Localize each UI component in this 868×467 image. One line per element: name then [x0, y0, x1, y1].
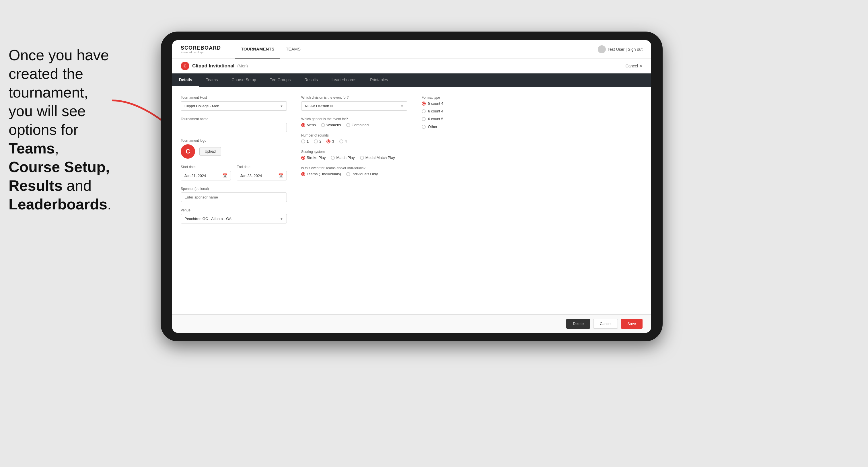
option-individuals-only[interactable]: Individuals Only [346, 172, 378, 176]
venue-select[interactable]: Peachtree GC - Atlanta - GA ▼ [181, 214, 287, 223]
tournament-name-label: Tournament name [181, 117, 287, 121]
radio-match-dot [331, 156, 335, 160]
chevron-down-icon-venue: ▼ [280, 217, 283, 221]
radio-3-dot [327, 139, 331, 144]
end-date-input[interactable]: Jan 23, 2024 📅 [237, 171, 287, 181]
scoring-radio-group: Stroke Play Match Play Medal Match Play [301, 155, 407, 160]
delete-button[interactable]: Delete [566, 319, 590, 329]
tab-printables[interactable]: Printables [363, 73, 395, 87]
col-right: Format type 5 count 4 6 count 4 6 count … [422, 96, 502, 306]
format-type-label: Format type [422, 96, 502, 99]
venue-group: Venue Peachtree GC - Atlanta - GA ▼ [181, 208, 287, 223]
calendar-icon-end: 📅 [278, 173, 283, 178]
radio-medal-dot [360, 156, 364, 160]
rounds-4[interactable]: 4 [339, 139, 347, 144]
start-date-input[interactable]: Jan 21, 2024 📅 [181, 171, 231, 181]
breadcrumb-bar: C Clippd Invitational (Men) Cancel ✕ [172, 59, 651, 73]
start-date-value: Jan 21, 2024 [184, 174, 206, 178]
rounds-2[interactable]: 2 [314, 139, 321, 144]
annotation-text: Once you have created the tournament, yo… [0, 40, 132, 219]
format-type-group: Format type 5 count 4 6 count 4 6 count … [422, 96, 502, 129]
gender-radio-group: Mens Womens Combined [301, 123, 407, 127]
teams-individuals-radio-group: Teams (+Individuals) Individuals Only [301, 172, 407, 176]
tablet-frame: SCOREBOARD Powered by clippd TOURNAMENTS… [161, 32, 662, 341]
tab-details[interactable]: Details [172, 73, 199, 87]
sub-nav: Details Teams Course Setup Tee Groups Re… [172, 73, 651, 87]
end-date-label: End date [237, 165, 287, 169]
tab-results[interactable]: Results [298, 73, 325, 87]
tab-teams[interactable]: Teams [199, 73, 225, 87]
tournament-host-select[interactable]: Clippd College - Men ▼ [181, 101, 287, 111]
tournament-name-input[interactable]: Clippd Invitational [181, 123, 287, 132]
scoring-stroke[interactable]: Stroke Play [301, 155, 326, 160]
rounds-group: Number of rounds 1 2 3 [301, 133, 407, 144]
user-area: Test User | Sign out [598, 45, 643, 53]
teams-individuals-group: Is this event for Teams and/or Individua… [301, 166, 407, 176]
main-content: Tournament Host Clippd College - Men ▼ T… [172, 87, 651, 314]
sponsor-label: Sponsor (optional) [181, 187, 287, 191]
cancel-button[interactable]: Cancel [593, 319, 618, 329]
format-5count4[interactable]: 5 count 4 [422, 101, 502, 105]
end-date-group: End date Jan 23, 2024 📅 [237, 165, 287, 181]
breadcrumb-content: C Clippd Invitational (Men) [181, 62, 248, 70]
radio-other-dot [422, 125, 426, 129]
division-select[interactable]: NCAA Division III ▼ [301, 101, 407, 111]
nav-tab-tournaments[interactable]: TOURNAMENTS [235, 40, 280, 59]
col-mid: Which division is the event for? NCAA Di… [301, 96, 407, 306]
radio-4-dot [339, 139, 343, 144]
main-nav: TOURNAMENTS TEAMS [235, 40, 598, 59]
tournament-host-label: Tournament Host [181, 96, 287, 99]
format-6count4[interactable]: 6 count 4 [422, 109, 502, 113]
nav-tab-teams[interactable]: TEAMS [280, 40, 306, 59]
tournament-host-group: Tournament Host Clippd College - Men ▼ [181, 96, 287, 111]
col-left: Tournament Host Clippd College - Men ▼ T… [181, 96, 287, 306]
format-6count5[interactable]: 6 count 5 [422, 117, 502, 121]
logo-upload-area: C Upload [181, 144, 287, 159]
footer-bar: Delete Cancel Save [172, 314, 651, 333]
radio-6count4-dot [422, 109, 426, 113]
scoring-match[interactable]: Match Play [331, 155, 354, 160]
avatar [598, 45, 606, 53]
sponsor-group: Sponsor (optional) [181, 187, 287, 202]
gender-womens[interactable]: Womens [321, 123, 341, 127]
radio-1-dot [301, 139, 305, 144]
radio-womens-dot [321, 123, 325, 127]
radio-2-dot [314, 139, 318, 144]
tablet-screen: SCOREBOARD Powered by clippd TOURNAMENTS… [172, 40, 651, 333]
division-label: Which division is the event for? [301, 96, 407, 99]
upload-button[interactable]: Upload [199, 147, 221, 156]
radio-teams-dot [301, 172, 305, 176]
format-other[interactable]: Other [422, 124, 502, 129]
tournament-logo-group: Tournament logo C Upload [181, 138, 287, 159]
scoring-group: Scoring system Stroke Play Match Play [301, 150, 407, 160]
start-date-group: Start date Jan 21, 2024 📅 [181, 165, 231, 181]
rounds-3[interactable]: 3 [327, 139, 334, 144]
save-button[interactable]: Save [621, 319, 643, 329]
logo-circle: C [181, 144, 195, 159]
radio-individuals-dot [346, 172, 350, 176]
calendar-icon: 📅 [222, 173, 227, 178]
tournament-logo-label: Tournament logo [181, 138, 287, 143]
sponsor-input[interactable] [181, 192, 287, 202]
venue-label: Venue [181, 208, 287, 212]
gender-combined[interactable]: Combined [346, 123, 369, 127]
scoring-medal[interactable]: Medal Match Play [360, 155, 395, 160]
option-teams-individuals[interactable]: Teams (+Individuals) [301, 172, 341, 176]
rounds-1[interactable]: 1 [301, 139, 309, 144]
cancel-top-button[interactable]: Cancel ✕ [626, 64, 643, 68]
gender-label: Which gender is the event for? [301, 117, 407, 121]
scoring-label: Scoring system [301, 150, 407, 154]
app-header: SCOREBOARD Powered by clippd TOURNAMENTS… [172, 40, 651, 59]
tab-tee-groups[interactable]: Tee Groups [263, 73, 298, 87]
venue-value: Peachtree GC - Atlanta - GA [184, 217, 231, 221]
logo-area: SCOREBOARD Powered by clippd [181, 45, 221, 54]
tab-leaderboards[interactable]: Leaderboards [325, 73, 363, 87]
sponsor-field[interactable] [184, 195, 283, 199]
gender-mens[interactable]: Mens [301, 123, 316, 127]
tournament-name-field[interactable]: Clippd Invitational [184, 125, 283, 130]
logo-title: SCOREBOARD [181, 45, 221, 51]
end-date-value: Jan 23, 2024 [240, 174, 262, 178]
radio-stroke-dot [301, 156, 305, 160]
tab-course-setup[interactable]: Course Setup [225, 73, 263, 87]
user-label[interactable]: Test User | Sign out [608, 47, 643, 52]
